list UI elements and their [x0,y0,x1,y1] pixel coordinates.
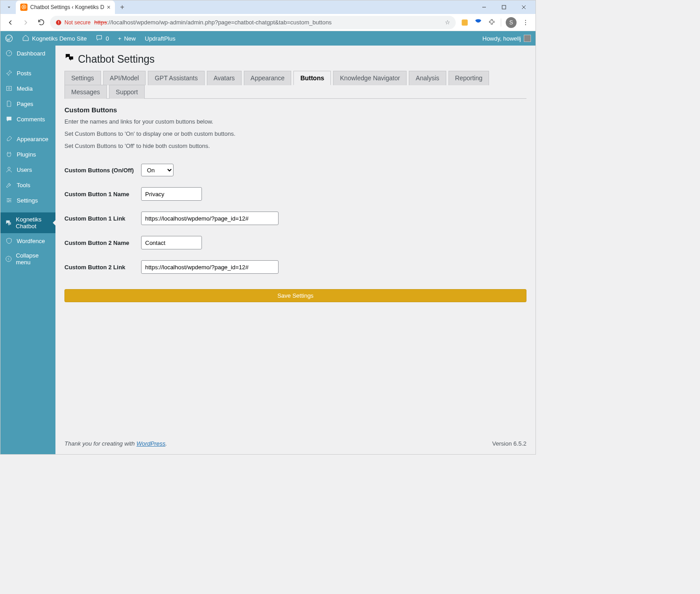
security-label: Not secure [64,19,91,26]
wp-body: Dashboard Posts Media Pages Comments App… [0,46,535,454]
shield-icon [5,237,13,245]
svg-rect-5 [58,21,59,23]
updraft-link[interactable]: UpdraftPlus [140,31,180,46]
dashboard-icon [5,49,13,57]
svg-point-14 [8,87,10,89]
custom-buttons-onoff-select[interactable]: On [141,164,174,176]
window-close-button[interactable] [514,0,534,14]
comment-icon [5,115,13,123]
sidebar-item-label: Media [17,85,32,92]
wordpress-link[interactable]: WordPress [137,440,165,447]
tab-support[interactable]: Support [109,85,145,99]
sidebar-item-users[interactable]: Users [0,162,55,177]
wrench-icon [5,181,13,189]
sidebar-item-appearance[interactable]: Appearance [0,131,55,147]
tab-avatars[interactable]: Avatars [207,71,242,85]
adminbar-right[interactable]: Howdy, howellj [482,35,535,42]
toolbar-divider [501,18,501,27]
form-row-onoff: Custom Buttons (On/Off) On [64,164,526,176]
form-label-onoff: Custom Buttons (On/Off) [64,167,141,174]
reload-button[interactable] [35,16,47,29]
sidebar-item-pages[interactable]: Pages [0,96,55,111]
sidebar-item-wordfence[interactable]: Wordfence [0,233,55,249]
user-icon [5,166,13,174]
settings-tabs: Settings API/Model GPT Assistants Avatar… [64,71,526,99]
security-badge[interactable]: Not secure [55,19,91,26]
tab-analysis[interactable]: Analysis [409,71,446,85]
extension-icon-2[interactable] [474,18,483,27]
form-row-b2link: Custom Button 2 Link [64,260,526,274]
form-label-b2name: Custom Button 2 Name [64,239,141,246]
sidebar-item-label: Appearance [17,136,48,143]
brush-icon [5,135,13,143]
address-bar[interactable]: Not secure https://localhost/wpdemo/wp-a… [50,16,456,29]
section-desc-2: Set Custom Buttons to 'On' to display on… [64,130,526,137]
back-button[interactable] [4,16,17,29]
comments-link[interactable]: 0 [91,31,113,46]
extensions-menu-icon[interactable] [487,18,496,27]
custom-button-2-name-input[interactable] [141,236,202,249]
browser-window: ⓧ Chatbot Settings ‹ Kognetiks D × + Not… [0,0,536,455]
sidebar-item-label: Collapse menu [16,252,51,266]
forward-button[interactable] [19,16,32,29]
sidebar-item-comments[interactable]: Comments [0,111,55,127]
sidebar-item-plugins[interactable]: Plugins [0,147,55,162]
tab-gpt-assistants[interactable]: GPT Assistants [148,71,204,85]
howdy-text: Howdy, howellj [482,35,521,42]
browser-tab[interactable]: ⓧ Chatbot Settings ‹ Kognetiks D × [16,0,115,14]
chatbot-title-icon [64,53,74,65]
page-title: Chatbot Settings [64,53,526,65]
sidebar-item-kognetiks-chatbot[interactable]: Kognetiks Chatbot [0,212,55,233]
menu-separator [0,208,55,212]
chat-icon [5,219,12,227]
plus-icon: + [118,35,122,42]
menu-separator [0,61,55,65]
window-maximize-button[interactable] [494,0,514,14]
tab-buttons[interactable]: Buttons [293,71,331,85]
custom-button-1-link-input[interactable] [141,212,279,225]
extension-icon-1[interactable] [460,18,469,27]
svg-point-10 [525,24,526,25]
sidebar-item-dashboard[interactable]: Dashboard [0,46,55,61]
tab-appearance[interactable]: Appearance [244,71,292,85]
media-icon [5,84,13,92]
tab-reporting[interactable]: Reporting [448,71,490,85]
pin-icon [5,69,13,77]
custom-button-2-link-input[interactable] [141,260,279,274]
browser-menu-button[interactable] [521,18,530,27]
menu-separator [0,127,55,131]
wp-logo[interactable] [0,31,18,46]
site-name-link[interactable]: Kognetiks Demo Site [18,31,91,46]
browser-toolbar: Not secure https://localhost/wpdemo/wp-a… [0,14,535,31]
wp-adminbar: Kognetiks Demo Site 0 + New UpdraftPlus … [0,31,535,46]
save-settings-button[interactable]: Save Settings [64,289,526,302]
tab-close-button[interactable]: × [107,4,110,11]
custom-button-1-name-input[interactable] [141,187,202,201]
section-desc-1: Enter the names and links for your custo… [64,118,526,125]
svg-point-19 [8,198,9,199]
tab-title: Chatbot Settings ‹ Kognetiks D [30,4,104,10]
sidebar-collapse-button[interactable]: Collapse menu [0,249,55,269]
form-row-b1link: Custom Button 1 Link [64,212,526,225]
sidebar-item-tools[interactable]: Tools [0,177,55,193]
tab-api-model[interactable]: API/Model [103,71,146,85]
titlebar: ⓧ Chatbot Settings ‹ Kognetiks D × + [0,0,535,14]
tab-knowledge-navigator[interactable]: Knowledge Navigator [333,71,407,85]
sidebar-item-posts[interactable]: Posts [0,65,55,81]
tab-messages[interactable]: Messages [64,85,107,99]
sidebar-item-settings[interactable]: Settings [0,193,55,208]
tab-settings[interactable]: Settings [64,71,101,85]
new-tab-button[interactable]: + [117,2,128,13]
tabs-dropdown-button[interactable] [4,2,14,12]
warning-icon [55,19,62,26]
section-heading: Custom Buttons [64,106,526,114]
profile-avatar[interactable]: S [506,17,517,28]
user-avatar-icon [524,35,531,42]
sidebar-item-label: Users [17,166,32,173]
window-minimize-button[interactable] [474,0,494,14]
new-content-link[interactable]: + New [114,31,141,46]
sidebar-item-label: Kognetiks Chatbot [16,216,51,230]
form-label-b1link: Custom Button 1 Link [64,215,141,222]
sidebar-item-media[interactable]: Media [0,81,55,96]
bookmark-star-icon[interactable]: ☆ [445,19,450,26]
